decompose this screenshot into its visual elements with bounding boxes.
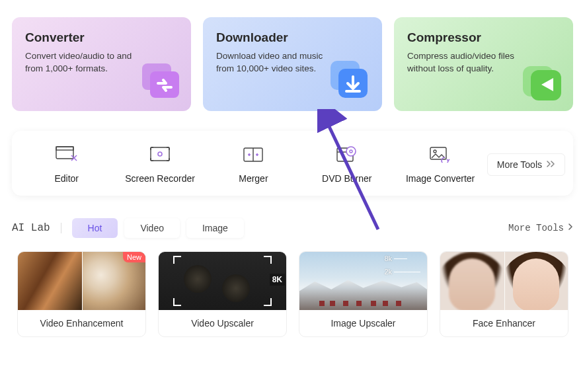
tool-image-converter-label: Image Converter <box>406 173 475 184</box>
video-upscaler-thumb: 8K <box>159 252 286 310</box>
ai-card-image-upscaler[interactable]: 8k 2k Image Upscaler <box>299 251 428 337</box>
converter-card[interactable]: Converter Convert video/audio to and fro… <box>12 17 191 111</box>
merger-icon <box>241 145 265 164</box>
tool-image-converter[interactable]: Image Converter <box>393 145 487 184</box>
compressor-title: Compressor <box>407 30 560 45</box>
face-enhancer-thumb <box>440 252 568 310</box>
downloader-desc: Download video and music from 10,000+ vi… <box>216 50 335 75</box>
tool-screen-recorder[interactable]: Screen Recorder <box>113 145 206 184</box>
tab-image[interactable]: Image <box>186 218 244 238</box>
tools-bar: Editor Screen Recorder Merger DVD Burner… <box>12 131 573 196</box>
editor-icon <box>55 145 79 164</box>
screen-recorder-icon <box>148 145 172 164</box>
ai-card-title: Video Enhancement <box>18 310 145 336</box>
dvd-burner-icon <box>335 145 359 164</box>
svg-point-16 <box>346 147 356 156</box>
ai-lab-grid: New Video Enhancement 8K Video Upscaler <box>17 251 573 337</box>
ai-card-video-upscaler[interactable]: 8K Video Upscaler <box>158 251 287 337</box>
downloader-title: Downloader <box>216 30 369 45</box>
feature-cards-row: Converter Convert video/audio to and fro… <box>0 0 585 111</box>
new-badge: New <box>123 252 145 262</box>
converter-title: Converter <box>25 30 178 45</box>
tool-editor[interactable]: Editor <box>20 145 113 184</box>
ai-lab-more-label: More Tools <box>508 223 564 233</box>
image-converter-icon <box>428 145 452 164</box>
chevron-double-right-icon <box>546 159 555 170</box>
ai-lab-label: AI Lab <box>12 222 50 234</box>
tool-merger[interactable]: Merger <box>207 145 300 184</box>
tool-screen-recorder-label: Screen Recorder <box>125 173 195 184</box>
ai-card-title: Video Upscaler <box>159 310 286 336</box>
downloader-icon <box>324 56 377 108</box>
ai-lab-tabs: Hot Video Image <box>72 218 244 238</box>
compressor-card[interactable]: Compressor Compress audio/video files wi… <box>394 17 573 111</box>
downloader-card[interactable]: Downloader Download video and music from… <box>203 17 382 111</box>
image-upscaler-thumb: 8k 2k <box>299 252 427 310</box>
converter-icon <box>133 56 186 108</box>
tool-editor-label: Editor <box>54 173 79 184</box>
ai-card-face-enhancer[interactable]: Face Enhancer <box>440 251 568 337</box>
tab-video[interactable]: Video <box>124 218 180 238</box>
compressor-icon <box>515 56 568 108</box>
ai-card-title: Face Enhancer <box>440 310 568 336</box>
tool-dvd-burner[interactable]: DVD Burner <box>300 145 393 184</box>
svg-rect-7 <box>56 147 73 150</box>
chevron-right-icon <box>568 223 573 233</box>
ai-lab-row: AI Lab Hot Video Image More Tools <box>12 218 573 238</box>
upscaler-8k-badge: 8K <box>270 274 285 286</box>
tool-dvd-burner-label: DVD Burner <box>322 173 371 184</box>
divider <box>61 223 61 233</box>
svg-point-19 <box>434 150 436 153</box>
tool-merger-label: Merger <box>239 173 268 184</box>
svg-rect-10 <box>151 147 169 161</box>
label-8k: 8k <box>384 255 392 262</box>
ai-card-title: Image Upscaler <box>299 310 427 336</box>
tab-hot[interactable]: Hot <box>72 218 118 238</box>
compressor-desc: Compress audio/video files without loss … <box>407 50 526 75</box>
ai-lab-more-tools-link[interactable]: More Tools <box>508 223 573 233</box>
more-tools-button[interactable]: More Tools <box>487 153 565 176</box>
more-tools-label: More Tools <box>497 159 542 170</box>
svg-point-11 <box>158 152 162 156</box>
ai-card-video-enhancement[interactable]: New Video Enhancement <box>17 251 146 337</box>
label-2k: 2k <box>384 268 392 276</box>
converter-desc: Convert video/audio to and from 1,000+ f… <box>25 50 144 75</box>
svg-rect-6 <box>56 147 73 159</box>
